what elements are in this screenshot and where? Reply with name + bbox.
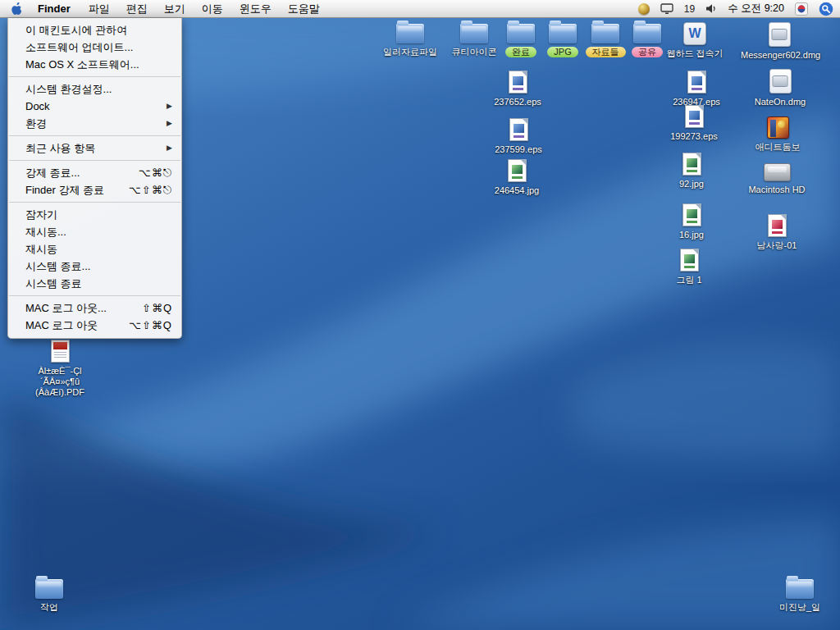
menu-item-logout[interactable]: MAC 로그 아웃 ⌥⇧⌘Q — [8, 317, 181, 334]
submenu-arrow-icon: ▶ — [167, 99, 172, 113]
desktop-icon-jpg[interactable]: 16.jpg — [655, 203, 728, 240]
menu-separator — [9, 202, 180, 203]
menu-item-location[interactable]: 환경 ▶ — [8, 115, 181, 132]
menu-item-label: 재시동... — [25, 225, 172, 239]
menu-item-recent-items[interactable]: 최근 사용 항목 ▶ — [8, 139, 181, 157]
menubar-clock[interactable]: 수 오전 9:20 — [728, 0, 784, 18]
desktop-icon-eps[interactable]: 237652.eps — [481, 71, 555, 107]
webhard-app-icon: W — [683, 22, 706, 45]
menu-window[interactable]: 윈도우 — [231, 0, 280, 18]
input-language-flag-icon[interactable] — [795, 0, 808, 18]
jpg-file-icon — [508, 159, 527, 182]
menu-item-shutdown-dots[interactable]: 시스템 종료... — [8, 258, 181, 275]
folder-icon — [633, 24, 661, 43]
doc-thumbnail — [687, 209, 697, 218]
eps-file-icon — [685, 105, 704, 128]
doc-badge — [514, 135, 524, 138]
apple-menu-dropdown: 이 매킨토시에 관하여 소프트웨어 업데이트... Mac OS X 소프트웨어… — [7, 18, 182, 339]
menu-item-label: 시스템 종료 — [25, 276, 172, 290]
menu-item-label: 시스템 종료... — [25, 259, 172, 273]
menu-separator — [9, 160, 180, 161]
menu-item-label: Finder 강제 종료 — [25, 183, 129, 197]
menu-item-restart[interactable]: 재시동 — [8, 240, 181, 258]
doc-badge — [512, 176, 523, 179]
desktop-icon-folder[interactable]: 작업 — [12, 579, 86, 613]
doc-badge — [687, 170, 697, 172]
menubar-extra-text[interactable]: 19 — [684, 0, 695, 18]
doc-badge — [684, 266, 695, 268]
icon-label: 일러자료파일 — [381, 47, 440, 57]
menu-item-label: 재시동 — [25, 242, 172, 256]
doc-badge — [687, 221, 697, 223]
pdf-lines — [54, 352, 66, 358]
doc-thumbnail — [684, 254, 695, 263]
doc-badge — [689, 122, 700, 125]
menu-edit[interactable]: 편집 — [118, 0, 156, 18]
menu-item-shortcut: ⌥⇧⌘Q — [129, 318, 172, 332]
menu-item-label: Mac OS X 소프트웨어... — [25, 57, 172, 71]
menu-finder[interactable]: Finder — [30, 0, 80, 18]
menu-item-macosx-software[interactable]: Mac OS X 소프트웨어... — [8, 56, 181, 73]
pdf-band — [53, 342, 67, 349]
volume-icon[interactable] — [705, 0, 717, 18]
menu-item-software-update[interactable]: 소프트웨어 업데이트... — [8, 39, 181, 56]
desktop-icon-jpg[interactable]: 246454.jpg — [480, 159, 554, 196]
doc-badge — [513, 88, 523, 90]
desktop-icon-jpg[interactable]: 92.jpg — [655, 153, 728, 189]
apple-menu-button[interactable] — [0, 0, 30, 18]
menu-item-system-preferences[interactable]: 시스템 환경설정... — [8, 80, 181, 98]
menu-item-force-quit-finder[interactable]: Finder 강제 종료 ⌥⇧⌘⎋ — [8, 181, 181, 199]
menu-view[interactable]: 보기 — [156, 0, 194, 18]
disk-image-icon — [769, 69, 792, 94]
menu-item-label: MAC 로그 아웃 — [25, 318, 129, 332]
folder-icon — [35, 579, 63, 599]
desktop-icon-app[interactable]: W 웹하드 접속기 — [658, 22, 732, 59]
displays-icon[interactable] — [660, 0, 673, 18]
menu-item-label: 이 매킨토시에 관하여 — [25, 23, 172, 37]
eps-file-icon — [509, 118, 528, 141]
menu-item-shortcut: ⌥⌘⎋ — [139, 166, 172, 180]
apple-logo-icon — [10, 2, 21, 16]
jpg-file-icon — [680, 249, 699, 272]
desktop-icon-jpg[interactable]: 그림 1 — [652, 249, 726, 285]
menu-item-dock[interactable]: Dock ▶ — [8, 98, 181, 115]
doc-thumbnail — [514, 124, 524, 133]
menu-item-force-quit[interactable]: 강제 종료... ⌥⌘⎋ — [8, 164, 181, 181]
desktop-icon-app[interactable]: 애디트돔보 — [741, 116, 815, 153]
doc-thumbnail — [512, 165, 523, 174]
desktop-icon-pdf[interactable]: Àl±æÈ¯-Çl´ÃÂ¤»ç¶û (ÂàÆí).PDF — [23, 340, 97, 398]
doc-thumbnail — [689, 111, 700, 120]
menu-item-logout-dots[interactable]: MAC 로그 아웃... ⇧⌘Q — [8, 299, 181, 317]
desktop-icon-hard-disk[interactable]: Macintosh HD — [740, 163, 814, 195]
icon-label: 그림 1 — [673, 275, 704, 285]
desktop-icon-folder[interactable]: 일러자료파일 — [373, 24, 447, 57]
menu-help[interactable]: 도움말 — [280, 0, 328, 18]
desktop-icon-dmg[interactable]: NateOn.dmg — [743, 69, 817, 107]
menu-item-sleep[interactable]: 잠자기 — [8, 206, 181, 223]
disk-image-icon — [769, 22, 791, 47]
menu-file[interactable]: 파일 — [80, 0, 118, 18]
menu-go[interactable]: 이동 — [194, 0, 231, 18]
status-ball-icon[interactable] — [638, 0, 650, 18]
jpg-file-icon — [682, 203, 701, 226]
icon-label: 웹하드 접속기 — [664, 48, 725, 59]
desktop-icon-eps[interactable]: 199273.eps — [657, 105, 731, 142]
icon-label: 199273.eps — [668, 131, 720, 142]
menu-item-label: MAC 로그 아웃... — [25, 301, 142, 315]
icon-label: 16.jpg — [677, 230, 706, 240]
menu-item-shutdown[interactable]: 시스템 종료 — [8, 275, 181, 292]
menu-item-about-this-mac[interactable]: 이 매킨토시에 관하여 — [8, 21, 181, 39]
menu-item-label: 환경 — [25, 116, 167, 130]
doc-thumbnail — [513, 76, 523, 85]
icon-label: 애디트돔보 — [753, 142, 803, 153]
desktop-icon-eps[interactable]: 237599.eps — [482, 118, 555, 155]
spotlight-icon[interactable] — [819, 0, 833, 18]
icon-label: 작업 — [38, 602, 61, 613]
folder-icon — [786, 579, 814, 599]
desktop-icon-folder[interactable]: 미진낭_일 — [763, 579, 837, 613]
doc-badge — [692, 88, 702, 90]
desktop-icon-dmg[interactable]: Messenger602.dmg — [742, 22, 816, 61]
desktop-icon-document[interactable]: 남사랑-01 — [740, 214, 814, 251]
menu-item-restart-dots[interactable]: 재시동... — [8, 223, 181, 240]
desktop-icon-eps[interactable]: 236947.eps — [660, 71, 733, 107]
